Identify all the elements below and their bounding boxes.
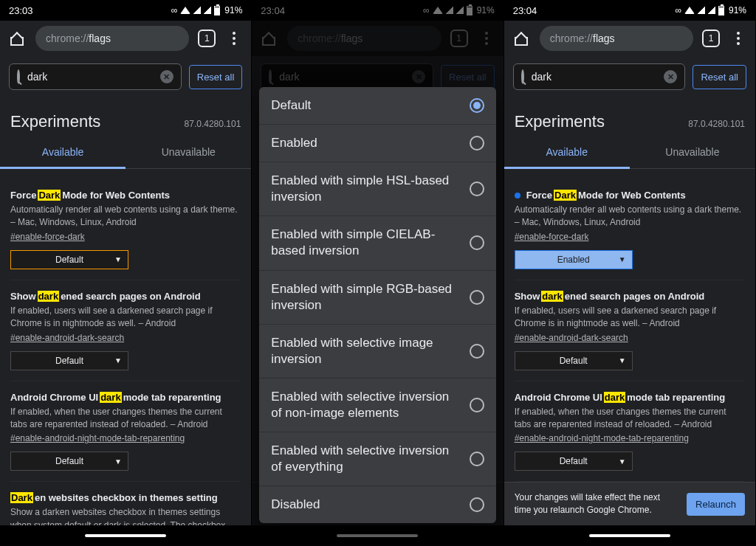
overflow-menu-icon[interactable] bbox=[729, 29, 748, 48]
flag-title: Android Chrome UI dark mode tab reparent… bbox=[10, 392, 241, 403]
tab-switcher[interactable]: 1 bbox=[198, 30, 216, 47]
popup-option[interactable]: Enabled with simple HSL-based inversion bbox=[259, 162, 495, 216]
experiments-header: Experiments 87.0.4280.101 bbox=[0, 99, 251, 137]
radio-icon bbox=[470, 497, 484, 512]
search-icon bbox=[521, 71, 524, 83]
home-icon[interactable] bbox=[7, 29, 27, 48]
flag-dropdown[interactable]: Default▼ bbox=[10, 351, 128, 370]
home-icon[interactable] bbox=[512, 29, 531, 48]
flag-dropdown[interactable]: Default▼ bbox=[515, 351, 633, 370]
options-popup: Default Enabled Enabled with simple HSL-… bbox=[259, 87, 495, 523]
status-time: 23:03 bbox=[9, 5, 171, 16]
popup-option[interactable]: Disabled bbox=[259, 486, 495, 523]
chevron-down-icon: ▼ bbox=[114, 255, 122, 263]
tabs: Available Unavailable bbox=[0, 137, 251, 169]
status-icons: ∞ 91% bbox=[675, 5, 746, 15]
flag-dropdown[interactable]: Default▼ bbox=[515, 452, 633, 471]
chevron-down-icon: ▼ bbox=[114, 356, 122, 364]
nav-pill-icon[interactable] bbox=[589, 534, 670, 537]
radio-icon bbox=[470, 136, 484, 151]
search-row: dark ✕ Reset all bbox=[0, 56, 251, 99]
popup-option[interactable]: Default bbox=[259, 87, 495, 125]
radio-icon bbox=[470, 235, 484, 250]
android-navbar bbox=[504, 525, 755, 546]
flag-title: Show darkened search pages on Android bbox=[10, 291, 241, 302]
browser-toolbar: chrome://flags 1 bbox=[504, 21, 755, 56]
flag-link[interactable]: #enable-android-dark-search bbox=[10, 333, 124, 343]
popup-option[interactable]: Enabled bbox=[259, 125, 495, 162]
url-bar[interactable]: chrome://flags bbox=[35, 26, 189, 51]
status-icons: ∞ 91% bbox=[171, 5, 243, 15]
popup-option[interactable]: Enabled with selective inversion of ever… bbox=[259, 432, 495, 486]
flag-link[interactable]: #enable-android-dark-search bbox=[515, 333, 628, 343]
reset-all-button[interactable]: Reset all bbox=[693, 65, 746, 89]
search-icon bbox=[17, 71, 20, 83]
flag-link[interactable]: #enable-android-night-mode-tab-reparenti… bbox=[515, 433, 689, 443]
flag-link[interactable]: #enable-force-dark bbox=[515, 232, 589, 242]
flag-title: Darken websites checkbox in themes setti… bbox=[10, 492, 241, 503]
overflow-menu-icon[interactable] bbox=[224, 29, 244, 48]
experiments-header: Experiments 87.0.4280.101 bbox=[504, 99, 755, 137]
relaunch-bar: Your changes will take effect the next t… bbox=[504, 482, 755, 525]
flag-description: Automatically render all web contents us… bbox=[515, 204, 745, 229]
flag-title: Force Dark Mode for Web Contents bbox=[515, 190, 745, 201]
page-title: Experiments bbox=[515, 112, 605, 131]
radio-icon bbox=[470, 290, 484, 305]
flag-item: Force Dark Mode for Web Contents Automat… bbox=[10, 179, 241, 280]
tabs: Available Unavailable bbox=[504, 137, 755, 169]
flag-item: Force Dark Mode for Web Contents Automat… bbox=[515, 179, 745, 280]
flag-description: If enabled, users will see a darkened se… bbox=[10, 305, 241, 331]
flag-title: Android Chrome UI dark mode tab reparent… bbox=[515, 392, 745, 403]
flag-title: Force Dark Mode for Web Contents bbox=[10, 190, 241, 201]
flag-description: If enabled, users will see a darkened se… bbox=[515, 305, 745, 331]
radio-icon bbox=[470, 182, 484, 196]
flags-list: Force Dark Mode for Web Contents Automat… bbox=[0, 169, 251, 546]
search-input[interactable]: dark ✕ bbox=[513, 63, 686, 90]
status-bar: 23:04 ∞ 91% bbox=[504, 0, 755, 21]
popup-option[interactable]: Enabled with simple RGB-based inversion bbox=[259, 271, 495, 325]
version-label: 87.0.4280.101 bbox=[688, 119, 745, 129]
flag-description: Automatically render all web contents us… bbox=[10, 204, 241, 229]
clear-search-icon[interactable]: ✕ bbox=[664, 70, 677, 83]
version-label: 87.0.4280.101 bbox=[185, 119, 241, 129]
relaunch-button[interactable]: Relaunch bbox=[687, 493, 745, 516]
flag-dropdown[interactable]: Default▼ bbox=[10, 250, 128, 269]
flag-link[interactable]: #enable-force-dark bbox=[10, 232, 85, 242]
flag-item: Android Chrome UI dark mode tab reparent… bbox=[10, 381, 241, 483]
screenshot-right: 23:04 ∞ 91% chrome://flags 1 dark ✕ Rese… bbox=[504, 0, 756, 546]
tab-unavailable[interactable]: Unavailable bbox=[630, 137, 755, 168]
radio-icon bbox=[470, 344, 484, 359]
url-bar[interactable]: chrome://flags bbox=[540, 26, 693, 51]
screenshot-middle: 23:04 ∞ 91% chrome://flags 1 dark ✕ Rese… bbox=[252, 0, 504, 546]
tab-switcher[interactable]: 1 bbox=[702, 30, 720, 47]
tab-available[interactable]: Available bbox=[504, 137, 630, 169]
status-time: 23:04 bbox=[513, 5, 676, 16]
flag-dropdown[interactable]: Enabled▼ bbox=[515, 250, 633, 269]
nav-pill-icon[interactable] bbox=[85, 534, 166, 537]
tab-available[interactable]: Available bbox=[0, 137, 126, 169]
tab-unavailable[interactable]: Unavailable bbox=[126, 137, 251, 168]
chevron-down-icon: ▼ bbox=[114, 457, 122, 466]
reset-all-button[interactable]: Reset all bbox=[189, 65, 243, 89]
chevron-down-icon: ▼ bbox=[619, 255, 626, 263]
search-row: dark ✕ Reset all bbox=[504, 56, 755, 99]
flag-link[interactable]: #enable-android-night-mode-tab-reparenti… bbox=[10, 433, 185, 443]
radio-icon bbox=[470, 452, 484, 466]
popup-option[interactable]: Enabled with selective image inversion bbox=[259, 325, 495, 379]
popup-option[interactable]: Enabled with selective inversion of non-… bbox=[259, 379, 495, 432]
clear-search-icon[interactable]: ✕ bbox=[160, 70, 173, 83]
page-title: Experiments bbox=[10, 112, 100, 131]
popup-option[interactable]: Enabled with simple CIELAB-based inversi… bbox=[259, 216, 495, 270]
search-value: dark bbox=[27, 71, 47, 83]
search-input[interactable]: dark ✕ bbox=[9, 63, 182, 90]
flag-dropdown[interactable]: Default▼ bbox=[10, 452, 128, 471]
status-bar: 23:03 ∞ 91% bbox=[0, 0, 251, 21]
url-suffix: flags bbox=[89, 32, 111, 44]
changed-indicator-icon bbox=[515, 193, 520, 198]
url-prefix: chrome:// bbox=[46, 32, 89, 44]
relaunch-message: Your changes will take effect the next t… bbox=[515, 491, 679, 516]
chevron-down-icon: ▼ bbox=[619, 356, 626, 364]
radio-selected-icon bbox=[470, 98, 484, 113]
radio-icon bbox=[470, 398, 484, 412]
flag-description: If enabled, when the user changes themes… bbox=[515, 406, 745, 432]
